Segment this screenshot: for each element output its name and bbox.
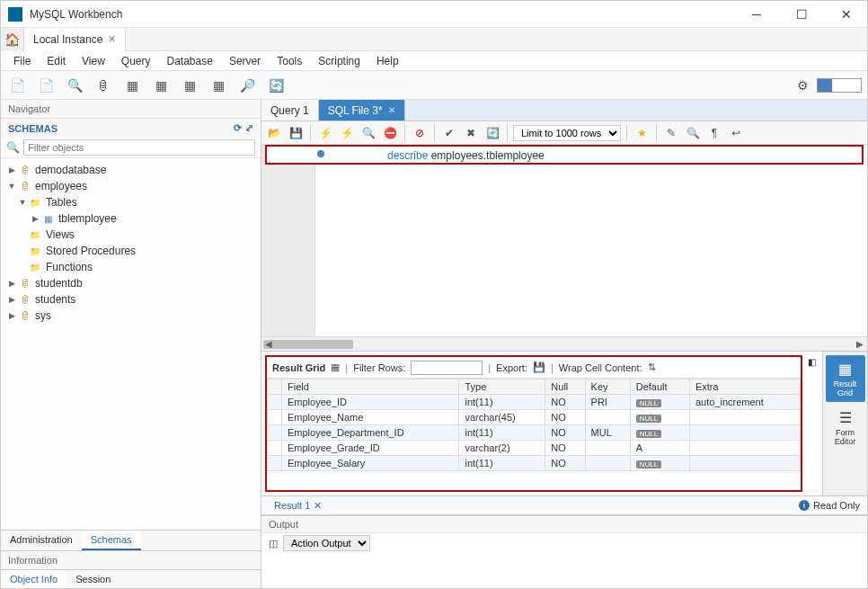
col-extra[interactable]: Extra xyxy=(689,379,800,395)
menu-view[interactable]: View xyxy=(75,53,112,69)
table-row[interactable]: Employee_Department_IDint(11)NOMULNULL xyxy=(268,425,801,441)
horizontal-scrollbar[interactable]: ◀ ▶ xyxy=(261,336,867,351)
reconnect-icon[interactable]: 🔄 xyxy=(265,75,287,96)
maximize-button[interactable]: ☐ xyxy=(788,1,815,28)
menu-database[interactable]: Database xyxy=(160,53,220,69)
tree-item-employees[interactable]: ▼employees xyxy=(1,178,261,194)
side-form-editor[interactable]: ☰ Form Editor xyxy=(826,404,865,451)
tree-item-studentdb[interactable]: ▶studentdb xyxy=(1,275,261,291)
col-type[interactable]: Type xyxy=(459,379,545,395)
table-row[interactable]: Employee_Grade_IDvarchar(2)NOA xyxy=(268,441,801,456)
new-sql-tab-icon[interactable]: 📄 xyxy=(6,75,28,96)
tab-session[interactable]: Session xyxy=(66,570,120,589)
wrap-icon[interactable]: ↩ xyxy=(727,124,745,142)
tab-sqlfile3[interactable]: SQL File 3*✕ xyxy=(319,100,405,120)
search-icon: 🔍 xyxy=(6,141,20,154)
col-field[interactable]: Field xyxy=(282,379,459,395)
scroll-right-icon[interactable]: ▶ xyxy=(853,339,867,349)
tree-item-functions[interactable]: Functions xyxy=(1,259,261,275)
tree-item-students[interactable]: ▶students xyxy=(1,291,261,308)
connection-tab-row: 🏠 Local Instance ✕ xyxy=(1,28,867,51)
tree-item-tblemployee[interactable]: ▶tblemployee xyxy=(1,210,261,227)
execute-current-icon[interactable]: ⚡ xyxy=(338,124,356,142)
filter-rows-input[interactable] xyxy=(411,361,483,375)
toggle-bottom-panel[interactable] xyxy=(832,79,846,92)
search-table-icon[interactable]: 🔎 xyxy=(236,75,258,96)
tree-item-tables[interactable]: ▼Tables xyxy=(1,194,261,210)
menu-server[interactable]: Server xyxy=(222,53,268,69)
toggle-whitespace-icon[interactable]: ¶ xyxy=(705,124,723,142)
close-icon[interactable]: ✕ xyxy=(388,105,395,115)
refresh-icon[interactable]: ⟳ xyxy=(234,122,242,134)
menu-scripting[interactable]: Scripting xyxy=(311,53,368,69)
database-icon xyxy=(17,164,31,176)
scroll-left-icon[interactable]: ◀ xyxy=(261,339,276,349)
settings-icon[interactable]: ⚙ xyxy=(792,75,813,96)
tree-item-views[interactable]: Views xyxy=(1,227,261,243)
connection-tab[interactable]: Local Instance ✕ xyxy=(24,28,126,51)
toggle-left-panel[interactable] xyxy=(818,79,832,92)
beautify-icon[interactable]: ✎ xyxy=(662,124,680,142)
database-icon xyxy=(17,309,31,322)
add-procedure-icon[interactable]: ▦ xyxy=(179,75,200,96)
table-row[interactable]: Employee_Namevarchar(45)NONULL xyxy=(268,410,801,425)
menu-tools[interactable]: Tools xyxy=(270,53,309,69)
output-icon: ◫ xyxy=(269,538,278,549)
tree-item-sys[interactable]: ▶sys xyxy=(1,308,261,324)
table-row[interactable]: Employee_IDint(11)NOPRINULLauto_incremen… xyxy=(268,395,801,410)
add-function-icon[interactable]: ▦ xyxy=(208,75,229,96)
scrollbar-thumb[interactable] xyxy=(263,340,353,349)
explain-icon[interactable]: 🔍 xyxy=(359,124,377,142)
menu-file[interactable]: File xyxy=(6,53,38,69)
home-icon[interactable]: 🏠 xyxy=(1,28,24,51)
toggle-right-panel[interactable] xyxy=(846,79,861,92)
close-icon[interactable]: ✕ xyxy=(314,500,322,512)
menu-query[interactable]: Query xyxy=(114,53,158,69)
open-file-icon[interactable]: 📂 xyxy=(265,124,283,142)
col-default[interactable]: Default xyxy=(630,379,689,395)
limit-select[interactable]: Limit to 1000 rows xyxy=(513,125,621,141)
find-icon[interactable]: 🔍 xyxy=(684,124,702,142)
add-table-icon[interactable]: ▦ xyxy=(121,75,143,96)
col-key[interactable]: Key xyxy=(585,379,630,395)
table-row[interactable]: Employee_Salaryint(11)NONULL xyxy=(268,456,801,471)
execute-icon[interactable]: ⚡ xyxy=(316,124,334,142)
add-schema-icon[interactable]: 🛢 xyxy=(93,75,114,96)
rollback-icon[interactable]: ✖ xyxy=(462,124,480,142)
schema-tree: ▶demodatabase ▼employees ▼Tables ▶tblemp… xyxy=(1,158,261,530)
close-button[interactable]: ✕ xyxy=(833,1,860,28)
export-icon[interactable]: 💾 xyxy=(533,361,545,373)
save-icon[interactable]: 💾 xyxy=(287,124,305,142)
minimize-button[interactable]: ─ xyxy=(743,1,770,28)
sql-editor[interactable]: 1 describe employees.tblemployee ◀ ▶ xyxy=(261,145,867,352)
expand-icon[interactable]: ⤢ xyxy=(245,122,253,134)
inspector-icon[interactable]: 🔍 xyxy=(64,75,85,96)
menu-edit[interactable]: Edit xyxy=(40,53,73,69)
tab-schemas[interactable]: Schemas xyxy=(82,531,141,550)
tree-item-demodatabase[interactable]: ▶demodatabase xyxy=(1,162,261,178)
col-null[interactable]: Null xyxy=(545,379,585,395)
tab-result1[interactable]: Result 1✕ xyxy=(269,500,327,512)
filter-input[interactable] xyxy=(23,139,255,156)
commit-icon[interactable]: ✔ xyxy=(440,124,458,142)
stop-icon[interactable]: ⛔ xyxy=(381,124,399,142)
menu-help[interactable]: Help xyxy=(369,53,406,69)
toggle-icon[interactable]: ⊘ xyxy=(411,124,429,142)
panel-toggle-icon[interactable]: ◧ xyxy=(808,357,816,367)
add-view-icon[interactable]: ▦ xyxy=(150,75,172,96)
folder-icon xyxy=(28,196,42,209)
tab-administration[interactable]: Administration xyxy=(1,531,82,550)
open-sql-icon[interactable]: 📄 xyxy=(35,75,57,96)
tab-object-info[interactable]: Object Info xyxy=(1,570,66,589)
autocommit-icon[interactable]: 🔄 xyxy=(483,124,501,142)
tree-item-stored-procedures[interactable]: Stored Procedures xyxy=(1,243,261,259)
side-result-grid[interactable]: ▦ Result Grid xyxy=(826,355,865,402)
code-line: describe employees.tblemployee xyxy=(315,147,867,165)
close-icon[interactable]: ✕ xyxy=(108,33,116,45)
grid-view-icon[interactable]: ▦ xyxy=(331,361,340,373)
output-select[interactable]: Action Output xyxy=(283,535,370,551)
tab-query1[interactable]: Query 1 xyxy=(261,100,319,120)
result-tabs: Result 1✕ i Read Only xyxy=(261,495,867,515)
wrap-cell-icon[interactable]: ⇅ xyxy=(648,361,656,373)
star-icon[interactable]: ★ xyxy=(633,124,651,142)
